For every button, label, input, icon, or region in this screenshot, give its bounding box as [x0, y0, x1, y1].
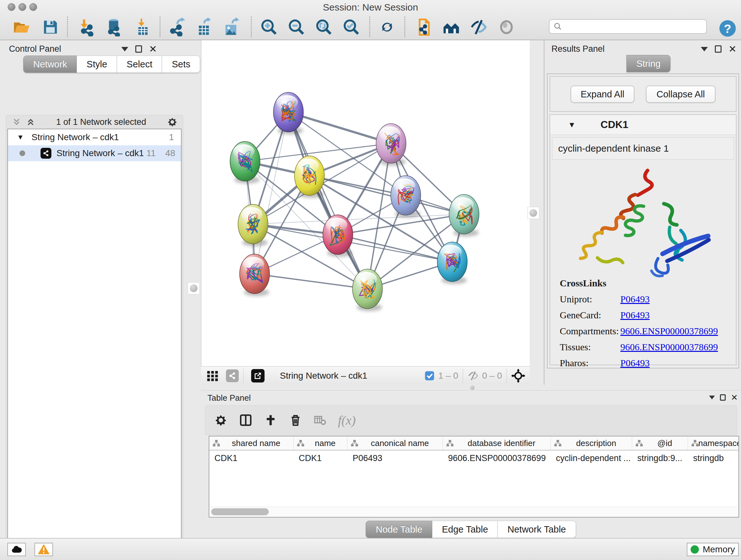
column-header-namespace[interactable]: namespace [688, 436, 739, 450]
float-menu-icon[interactable] [701, 47, 708, 51]
table-cell[interactable]: CDK1 [209, 450, 293, 466]
edge-ccnb2-ccna1[interactable] [288, 112, 391, 143]
save-session-button[interactable] [39, 16, 62, 38]
entry-header[interactable]: ▼ CDK1 [550, 115, 736, 135]
node-ccna2[interactable] [323, 215, 353, 257]
float-menu-icon[interactable] [121, 47, 128, 51]
zoom-out-button[interactable] [285, 16, 308, 38]
left-splitter-handle[interactable] [188, 282, 200, 294]
tab-select[interactable]: Select [117, 56, 162, 73]
column-header-@id[interactable]: @id [632, 436, 688, 450]
import-network-button[interactable] [76, 16, 98, 38]
network-row-selected[interactable]: String Network – cdk1 11 48 [8, 145, 181, 161]
column-header-shared-name[interactable]: shared name [209, 436, 293, 450]
crosslink-link[interactable]: 9606.ENSP00000378699 [620, 341, 718, 353]
help-button[interactable]: ? [717, 17, 739, 40]
export-network-button[interactable] [166, 16, 189, 38]
import-database-button[interactable] [103, 16, 125, 38]
fit-content-crosshair-icon[interactable] [511, 369, 525, 383]
gear-icon[interactable] [214, 414, 227, 427]
crosslink-link[interactable]: P06493 [620, 294, 650, 305]
bottom-splitter-handle[interactable] [467, 385, 478, 390]
network-collection-row[interactable]: ▼ String Network – cdk1 1 [8, 129, 181, 145]
crosslink-link[interactable]: P06493 [620, 310, 650, 320]
horizontal-scrollbar[interactable] [210, 507, 738, 516]
collapse-triangle-icon[interactable]: ▼ [568, 120, 576, 129]
select-columns-icon[interactable] [239, 414, 253, 427]
table-cell[interactable]: stringdb:9... [632, 450, 688, 466]
table-cell[interactable]: cyclin-dependent ... [551, 450, 632, 466]
open-in-browser-icon[interactable] [251, 369, 265, 382]
add-column-icon[interactable] [264, 414, 277, 427]
node-cdc25b[interactable] [230, 141, 260, 184]
edge-ccnb2-hist1h1a[interactable] [255, 112, 288, 274]
crosslink-link[interactable]: 9606.ENSP00000378699 [620, 326, 718, 336]
show-all-button[interactable] [495, 16, 518, 38]
open-session-button[interactable] [10, 16, 33, 38]
zoom-fit-button[interactable] [313, 16, 335, 38]
grid-view-icon[interactable] [206, 369, 219, 382]
node-ccne1[interactable] [353, 269, 383, 311]
home-button[interactable] [440, 16, 462, 38]
collapse-all-icon[interactable] [26, 117, 36, 127]
network-canvas[interactable]: CCNB2CCNA1CDC25BCDK1CDC6RB1CCNB1CCNA2CDK… [201, 40, 530, 366]
export-image-button[interactable] [220, 16, 243, 38]
memory-button[interactable]: Memory [687, 543, 739, 556]
node-cdk1[interactable] [294, 156, 325, 198]
crosslink-link[interactable]: P06493 [620, 358, 650, 368]
zoom-in-button[interactable] [258, 16, 280, 38]
expand-all-button[interactable]: Expand All [570, 85, 634, 103]
node-cdc6[interactable] [391, 176, 421, 218]
export-table-button[interactable] [193, 16, 215, 38]
table-cell[interactable]: stringdb [688, 450, 739, 466]
column-header-description[interactable]: description [551, 436, 632, 450]
zoom-selected-button[interactable] [340, 16, 362, 38]
node-ccna1[interactable] [376, 124, 406, 166]
node-ccnb1[interactable] [238, 204, 268, 246]
gear-icon[interactable] [167, 117, 178, 127]
edge-ccna2-cdkn1a[interactable] [338, 235, 453, 262]
search-input[interactable] [562, 21, 702, 32]
collapse-all-button[interactable]: Collapse All [646, 85, 716, 103]
edge-ccnb2-ccne1[interactable] [288, 112, 367, 289]
tab-edge-table[interactable]: Edge Table [432, 521, 498, 538]
refresh-button[interactable] [376, 16, 398, 38]
selected-checkbox-icon[interactable] [424, 370, 435, 381]
hide-selected-button[interactable] [468, 16, 490, 38]
tab-sets[interactable]: Sets [162, 56, 200, 73]
edge-hist1h1a-ccne1[interactable] [255, 274, 367, 289]
column-header-database-identifier[interactable]: database identifier [443, 436, 551, 450]
close-panel-icon[interactable]: ✕ [149, 46, 157, 52]
tab-node-table[interactable]: Node Table [366, 521, 432, 538]
float-panel-icon[interactable] [720, 394, 726, 401]
node-rb1[interactable] [449, 194, 479, 237]
close-panel-icon[interactable]: ✕ [729, 46, 737, 52]
node-cdkn1a[interactable] [437, 242, 467, 284]
table-cell[interactable]: CDK1 [293, 450, 347, 466]
float-panel-icon[interactable] [715, 45, 722, 53]
node-ccnb2[interactable] [273, 92, 304, 134]
column-header-canonical-name[interactable]: canonical name [347, 436, 443, 450]
warning-status-button[interactable] [35, 543, 53, 556]
float-panel-icon[interactable] [135, 45, 142, 53]
tab-network-table[interactable]: Network Table [497, 521, 576, 538]
column-header-name[interactable]: name [293, 436, 347, 450]
node-hist1h1a[interactable] [240, 254, 270, 296]
table-cell[interactable]: P06493 [347, 450, 443, 466]
collapse-triangle-icon[interactable]: ▼ [17, 133, 24, 141]
right-splitter-handle[interactable] [527, 207, 539, 219]
close-panel-icon[interactable]: ✕ [731, 394, 738, 401]
tab-network[interactable]: Network [23, 56, 77, 73]
delete-column-icon[interactable] [289, 414, 302, 427]
tab-style[interactable]: Style [77, 56, 117, 73]
import-table-button[interactable] [132, 16, 154, 38]
table-cell[interactable]: 9606.ENSP00000378699 [443, 450, 551, 466]
float-menu-icon[interactable] [709, 395, 715, 399]
string-view-icon[interactable] [226, 369, 239, 382]
share-document-button[interactable] [412, 16, 434, 38]
scrollbar-thumb[interactable] [211, 508, 269, 515]
search-box[interactable] [549, 19, 707, 34]
tab-string[interactable]: String [626, 55, 670, 72]
table-row[interactable]: CDK1CDK1P064939606.ENSP00000378699cyclin… [209, 450, 738, 466]
hidden-eye-icon[interactable] [468, 370, 479, 381]
